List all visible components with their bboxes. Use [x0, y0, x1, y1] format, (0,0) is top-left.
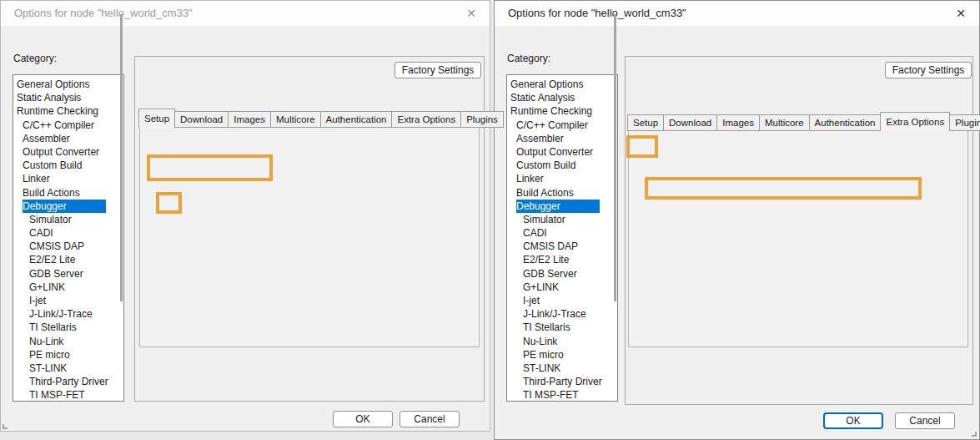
category-scrollbar[interactable]: [614, 14, 616, 301]
category-item[interactable]: Nu-Link: [29, 335, 73, 348]
category-item[interactable]: I-jet: [29, 294, 56, 307]
titlebar[interactable]: Options for node "hello_world_cm33" ✕: [495, 1, 979, 26]
category-item[interactable]: J-Link/J-Trace: [523, 307, 596, 321]
close-icon[interactable]: ✕: [460, 1, 483, 26]
resize-grip[interactable]: [972, 432, 977, 437]
tab[interactable]: Download: [174, 111, 229, 128]
tab[interactable]: Setup: [627, 114, 664, 131]
category-item[interactable]: PE micro: [29, 348, 80, 362]
tab[interactable]: Authentication: [320, 111, 393, 128]
category-item[interactable]: Linker: [23, 172, 60, 185]
tab[interactable]: Images: [228, 111, 271, 128]
cancel-button[interactable]: Cancel: [400, 411, 460, 427]
category-item[interactable]: General Options: [510, 78, 593, 91]
category-list: General OptionsStatic AnalysisRuntime Ch…: [506, 74, 618, 402]
ok-button[interactable]: OK: [823, 412, 883, 429]
category-item[interactable]: Build Actions: [516, 186, 584, 200]
category-item[interactable]: ST-LINK: [523, 362, 570, 375]
category-item[interactable]: Third-Party Driver: [29, 375, 118, 388]
category-item[interactable]: PE micro: [523, 348, 574, 362]
category-item[interactable]: Custom Build: [23, 159, 92, 172]
category-item[interactable]: CMSIS DAP: [29, 240, 94, 253]
setup-tab-page: [139, 127, 480, 347]
category-item[interactable]: TI Stellaris: [523, 321, 580, 334]
tab[interactable]: Multicore: [759, 114, 810, 131]
category-item[interactable]: Linker: [516, 172, 554, 185]
window-title: Options for node "hello_world_cm33": [508, 1, 686, 26]
category-item[interactable]: Debugger: [23, 200, 106, 213]
close-icon[interactable]: ✕: [949, 1, 972, 26]
category-item[interactable]: General Options: [17, 78, 99, 91]
category-item[interactable]: Static Analysis: [510, 91, 585, 104]
category-item[interactable]: Output Converter: [516, 145, 603, 159]
options-dialog-extra-options: Options for node "hello_world_cm33" ✕ Ca…: [494, 0, 980, 440]
options-dialog-setup: Options for node "hello_world_cm33" ✕ Ca…: [0, 0, 490, 432]
category-item[interactable]: Build Actions: [23, 186, 90, 200]
category-item[interactable]: Assembler: [516, 132, 574, 145]
tab[interactable]: Authentication: [809, 114, 882, 131]
category-item[interactable]: GDB Server: [523, 267, 587, 281]
tab[interactable]: Download: [663, 114, 717, 131]
ok-button[interactable]: OK: [333, 411, 393, 427]
resize-grip[interactable]: [3, 424, 8, 429]
tab[interactable]: Extra Options: [880, 112, 950, 131]
category-item[interactable]: TI MSP-FET: [523, 388, 589, 402]
category-item[interactable]: ST-LINK: [29, 362, 77, 375]
category-item[interactable]: CADI: [523, 226, 557, 240]
category-item[interactable]: Static Analysis: [17, 91, 91, 104]
factory-settings-button[interactable]: Factory Settings: [885, 62, 972, 78]
category-item[interactable]: Simulator: [523, 213, 575, 226]
category-item[interactable]: Simulator: [29, 213, 82, 226]
category-item[interactable]: G+LINK: [29, 281, 75, 294]
titlebar[interactable]: Options for node "hello_world_cm33" ✕: [1, 1, 490, 26]
category-item[interactable]: Runtime Checking: [510, 104, 602, 118]
tab[interactable]: Setup: [138, 109, 175, 128]
category-item[interactable]: Debugger: [516, 200, 600, 213]
tab-bar: SetupDownloadImagesMulticoreAuthenticati…: [628, 112, 980, 131]
category-label: Category:: [507, 53, 550, 64]
category-list: General OptionsStatic AnalysisRuntime Ch…: [13, 74, 124, 402]
tab[interactable]: Multicore: [270, 111, 321, 128]
tab[interactable]: Extra Options: [391, 111, 461, 128]
category-item[interactable]: C/C++ Compiler: [516, 119, 598, 132]
category-label: Category:: [13, 53, 57, 64]
extra-options-tab-page: [628, 130, 968, 347]
tab[interactable]: Images: [716, 114, 760, 131]
category-item[interactable]: G+LINK: [523, 281, 569, 294]
window-title: Options for node "hello_world_cm33": [14, 1, 193, 26]
category-item[interactable]: CADI: [29, 226, 63, 240]
tab[interactable]: Plugins: [949, 114, 980, 131]
category-item[interactable]: CMSIS DAP: [523, 240, 588, 253]
cancel-button[interactable]: Cancel: [895, 412, 955, 429]
category-item[interactable]: E2/E2 Lite: [29, 253, 85, 266]
category-item[interactable]: TI Stellaris: [29, 321, 87, 334]
category-item[interactable]: Custom Build: [516, 159, 585, 172]
category-item[interactable]: J-Link/J-Trace: [29, 307, 103, 321]
category-item[interactable]: GDB Server: [29, 267, 93, 281]
category-scrollbar[interactable]: [120, 14, 123, 301]
category-item[interactable]: Output Converter: [23, 145, 109, 159]
factory-settings-button[interactable]: Factory Settings: [395, 62, 481, 78]
category-item[interactable]: C/C++ Compiler: [23, 119, 104, 132]
category-item[interactable]: Runtime Checking: [17, 104, 108, 118]
category-item[interactable]: I-jet: [523, 294, 550, 307]
tab-bar: SetupDownloadImagesMulticoreAuthenticati…: [139, 109, 504, 128]
category-item[interactable]: Assembler: [23, 132, 80, 145]
category-item[interactable]: Nu-Link: [523, 335, 567, 348]
tab[interactable]: Plugins: [460, 111, 504, 128]
category-item[interactable]: Third-Party Driver: [523, 375, 612, 388]
category-item[interactable]: E2/E2 Lite: [523, 253, 579, 266]
category-item[interactable]: TI MSP-FET: [29, 388, 95, 402]
